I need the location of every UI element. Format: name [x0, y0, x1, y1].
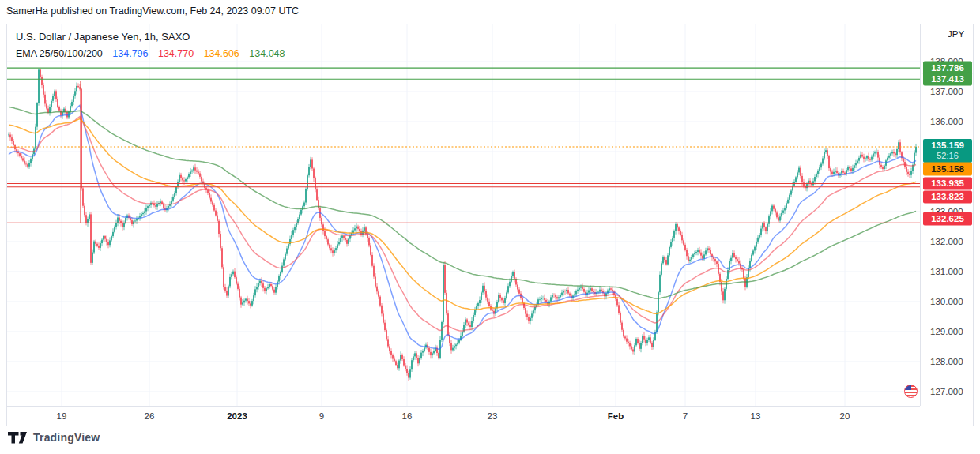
- symbol-title[interactable]: U.S. Dollar / Japanese Yen, 1h, SAXO: [16, 29, 285, 45]
- time-tick-label: Feb: [608, 411, 624, 421]
- ema100-value: 134.606: [204, 48, 239, 59]
- price-badge-132.625: 132.625: [923, 212, 972, 226]
- ema-200-line[interactable]: [9, 107, 916, 298]
- price-tick-label: 131.000: [930, 267, 963, 276]
- price-tick-label: 137.000: [930, 87, 963, 96]
- ema50-value: 134.770: [158, 48, 194, 59]
- ema-25-line[interactable]: [9, 105, 916, 349]
- time-tick-label: 23: [488, 411, 498, 421]
- chart-panel: U.S. Dollar / Japanese Yen, 1h, SAXO EMA…: [6, 24, 974, 426]
- price-tick-label: 132.000: [930, 237, 963, 246]
- time-tick-label: 2023: [227, 411, 247, 421]
- price-badge-137.413: 137.413: [923, 73, 972, 86]
- time-tick-label: 13: [751, 411, 761, 421]
- ema-legend[interactable]: EMA 25/50/100/200 134.796 134.770 134.60…: [16, 47, 285, 62]
- time-axis[interactable]: 1926202391623Feb71320: [7, 406, 920, 426]
- time-tick-label: 9: [319, 411, 324, 421]
- price-chart-plot[interactable]: U.S. Dollar / Japanese Yen, 1h, SAXO EMA…: [7, 24, 920, 406]
- ema-indicator-label: EMA 25/50/100/200: [16, 48, 103, 59]
- price-tick-label: 136.000: [930, 117, 963, 126]
- candlestick-chart[interactable]: [7, 24, 920, 406]
- price-badge-135.159: 135.15952:16: [923, 139, 972, 163]
- currency-label: JPY: [948, 29, 964, 39]
- ema-50-line[interactable]: [9, 117, 916, 331]
- bar-countdown: 52:16: [923, 151, 972, 161]
- ema200-value: 134.048: [249, 48, 285, 59]
- ema25-value: 134.796: [112, 48, 148, 59]
- time-tick-label: 19: [57, 411, 67, 421]
- tradingview-logo-icon[interactable]: [8, 432, 27, 444]
- price-tick-label: 128.000: [930, 357, 963, 366]
- published-caption: SamerHa published on TradingView.com, Fe…: [6, 6, 299, 17]
- time-tick-label: 16: [402, 411, 413, 421]
- price-tick-label: 127.000: [930, 387, 963, 396]
- time-tick-label: 7: [683, 411, 688, 421]
- price-badge-133.823: 133.823: [923, 190, 972, 204]
- chart-legend: U.S. Dollar / Japanese Yen, 1h, SAXO EMA…: [16, 29, 285, 61]
- tradingview-logo-text[interactable]: TradingView: [33, 431, 100, 444]
- us-flag-icon[interactable]: [904, 385, 918, 398]
- footer: TradingView: [8, 431, 100, 444]
- candles: [8, 69, 916, 381]
- price-axis[interactable]: JPY 138.000137.000136.000133.000132.0001…: [920, 24, 974, 406]
- price-tick-label: 129.000: [930, 327, 963, 336]
- price-badge-135.158: 135.158: [923, 163, 972, 176]
- price-badge-133.935: 133.935: [923, 177, 972, 190]
- time-tick-label: 20: [840, 411, 850, 421]
- time-tick-label: 26: [145, 411, 155, 421]
- price-tick-label: 130.000: [930, 297, 963, 306]
